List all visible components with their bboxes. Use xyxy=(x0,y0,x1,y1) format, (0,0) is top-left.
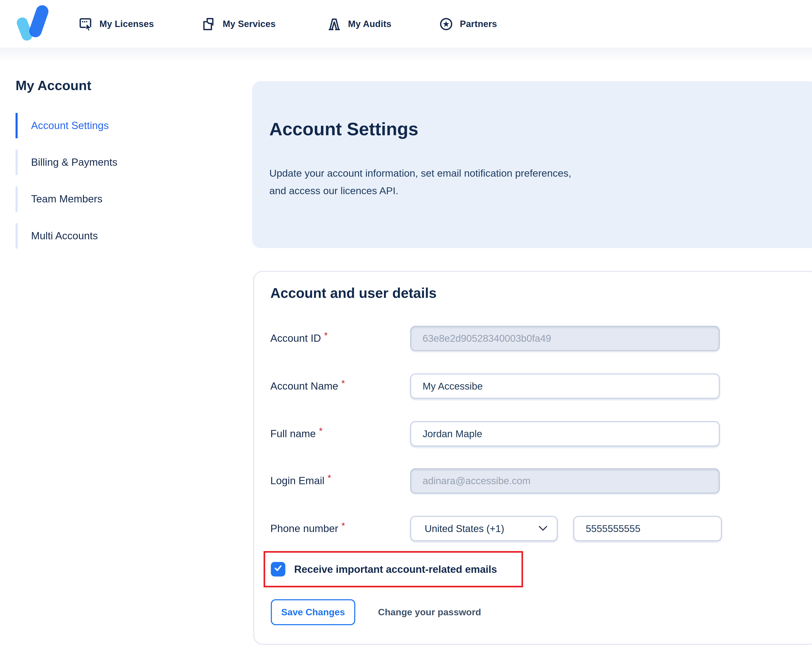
chevron-down-icon xyxy=(539,524,547,533)
sidebar-item-multi-accounts[interactable]: Multi Accounts xyxy=(15,223,233,249)
sidebar-menu: Account Settings Billing & Payments Team… xyxy=(15,113,233,260)
sidebar-item-account-settings[interactable]: Account Settings xyxy=(15,113,233,138)
required-asterisk: * xyxy=(341,378,345,389)
account-name-label: Account Name * xyxy=(270,374,405,399)
nav-label: My Licenses xyxy=(99,18,154,29)
account-id-label: Account ID * xyxy=(270,326,405,351)
phone-number-label: Phone number * xyxy=(270,516,405,541)
change-password-link[interactable]: Change your password xyxy=(378,599,481,625)
sidebar-title: My Account xyxy=(15,78,91,94)
page-title: Account Settings xyxy=(269,119,418,139)
top-navbar: My Licenses My Services My Audits xyxy=(0,0,812,47)
form-row-phone: Phone number * United States (+1) xyxy=(254,516,812,541)
sidebar-item-team-members[interactable]: Team Members xyxy=(15,186,233,212)
nav-item-my-audits[interactable]: My Audits xyxy=(327,0,391,47)
form-row-account-id: Account ID * xyxy=(254,326,812,351)
account-settings-page: My Licenses My Services My Audits xyxy=(0,0,812,646)
login-email-label: Login Email * xyxy=(270,468,405,494)
page-header-banner: Account Settings Update your account inf… xyxy=(252,81,812,248)
required-asterisk: * xyxy=(328,473,331,484)
page-description-line2: and access our licences API. xyxy=(269,182,571,199)
sidebar-item-billing-payments[interactable]: Billing & Payments xyxy=(15,150,233,175)
country-code-value: United States (+1) xyxy=(424,523,504,534)
required-asterisk: * xyxy=(324,330,328,341)
phone-number-field[interactable] xyxy=(573,516,722,541)
account-name-field[interactable] xyxy=(410,374,720,399)
nav-label: My Services xyxy=(223,18,276,29)
audit-icon xyxy=(327,17,341,31)
account-emails-checkbox[interactable] xyxy=(271,562,285,576)
highlight-annotation-box: Receive important account-related emails xyxy=(264,551,523,588)
full-name-label: Full name * xyxy=(270,421,405,446)
required-asterisk: * xyxy=(319,426,322,437)
nav-label: Partners xyxy=(460,18,497,29)
account-id-field xyxy=(410,326,720,351)
star-circle-icon xyxy=(439,17,453,31)
form-row-login-email: Login Email * xyxy=(254,468,812,494)
page-description: Update your account information, set ema… xyxy=(269,164,571,200)
login-email-field xyxy=(410,468,720,494)
header-divider xyxy=(0,47,812,62)
required-asterisk: * xyxy=(341,521,345,531)
page-description-line1: Update your account information, set ema… xyxy=(269,164,571,182)
full-name-field[interactable] xyxy=(410,421,720,446)
nav-item-my-services[interactable]: My Services xyxy=(202,0,276,47)
logo-dark-stroke xyxy=(27,3,50,39)
save-changes-button[interactable]: Save Changes xyxy=(271,599,355,625)
nav-item-partners[interactable]: Partners xyxy=(439,0,497,47)
check-icon xyxy=(273,564,283,575)
form-row-full-name: Full name * xyxy=(254,421,812,446)
accessibe-logo[interactable] xyxy=(18,5,50,41)
card-title: Account and user details xyxy=(270,286,437,302)
nav-label: My Audits xyxy=(348,18,392,29)
country-code-select[interactable]: United States (+1) xyxy=(410,516,558,541)
nav-item-my-licenses[interactable]: My Licenses xyxy=(79,0,154,47)
account-emails-checkbox-label[interactable]: Receive important account-related emails xyxy=(294,564,497,575)
account-details-card: Account and user details Account ID * Ac… xyxy=(253,271,812,645)
folder-doc-icon xyxy=(202,17,216,31)
chat-cursor-icon xyxy=(79,17,93,31)
form-row-account-name: Account Name * xyxy=(254,374,812,399)
